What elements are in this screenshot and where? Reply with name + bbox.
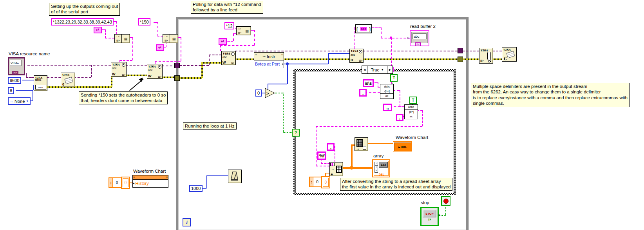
- io-socket-icon: ⊠⊦: [158, 75, 162, 78]
- write-letter: W: [223, 60, 226, 64]
- chevron-down-icon[interactable]: ▼: [381, 68, 384, 71]
- property-bytes-at-port[interactable]: Bytes at Port: [254, 62, 280, 66]
- visa-resource-control[interactable]: VISA ▾ I/O: [8, 57, 25, 75]
- parity-dropdown[interactable]: ↔ None ▼: [8, 97, 31, 105]
- case-next-arrow[interactable]: ▶: [387, 66, 393, 73]
- history-property[interactable]: History: [136, 181, 149, 186]
- array-index-k[interactable]: k: [374, 169, 378, 173]
- wire: [342, 167, 373, 169]
- array-index-i[interactable]: i: [374, 162, 378, 166]
- io-socket-icon: ⊠⊦: [231, 62, 235, 65]
- zero-constant[interactable]: 0: [255, 89, 262, 97]
- comma-constant[interactable]: ,: [327, 143, 335, 151]
- tf-type-label: TF: [421, 218, 438, 221]
- serial-label: SERIAL: [35, 79, 42, 81]
- array-label: array: [373, 153, 384, 158]
- wire: [445, 204, 446, 215]
- case-selector-terminal: ?: [292, 129, 300, 137]
- comma-constant[interactable]: ,: [359, 89, 367, 97]
- visa-read-node: VISA abc R ⊠⊦: [349, 49, 364, 63]
- wire: [328, 53, 349, 54]
- history-spinner-control[interactable]: ▴ ▾ 0: [109, 177, 122, 188]
- baud-rate-constant[interactable]: 9600: [8, 77, 21, 84]
- wire: [33, 91, 33, 101]
- comment-polling: Polling for data with *12 command follow…: [191, 1, 263, 14]
- double-comma-constant[interactable]: ,,: [383, 104, 392, 111]
- visa-close-node: VISA C: [502, 47, 517, 62]
- poll-command-constant[interactable]: *12: [224, 22, 234, 29]
- wire: [422, 110, 423, 126]
- index-constant[interactable]: 0: [321, 176, 330, 188]
- wire: [105, 29, 106, 38]
- clock-icon: [122, 63, 125, 67]
- data-bits-constant[interactable]: 8: [8, 87, 14, 94]
- true-constant[interactable]: T: [390, 74, 398, 82]
- wire: [206, 175, 228, 176]
- wire: [201, 62, 221, 64]
- wire: [463, 58, 479, 60]
- wire: [157, 36, 163, 37]
- write-letter: W: [148, 74, 152, 78]
- page-icon: ⁇: [255, 53, 257, 56]
- read-buffer-indicator[interactable]: abc abc ▷: [410, 30, 429, 46]
- wire: [220, 45, 221, 51]
- concatenate-strings-node: □+ ▨+ ▤: [114, 34, 130, 43]
- greater-than-glyph: >: [266, 91, 269, 96]
- waveform-chart-terminal[interactable]: ▶ DBL: [393, 141, 412, 152]
- headers-command-constant[interactable]: *1322,23,29,32,33,38,39,42,43: [51, 18, 114, 26]
- wire: [27, 65, 111, 66]
- abc-label: abc: [351, 53, 355, 56]
- waveform-chart-label: Waveform Chart: [133, 169, 166, 173]
- input-nub-icon: ▷: [407, 37, 409, 40]
- spin-down-icon[interactable]: ▾: [311, 182, 312, 184]
- visa-resource-field[interactable]: VISA ▾: [10, 60, 22, 66]
- wire: [365, 92, 380, 93]
- wire: [132, 37, 133, 60]
- wire: [367, 143, 393, 144]
- abc-label: abc: [223, 56, 227, 58]
- case-prev-arrow[interactable]: ◀: [362, 66, 367, 73]
- history-value[interactable]: 0: [113, 178, 121, 187]
- loop-condition-terminal[interactable]: [441, 196, 450, 206]
- wire: [47, 86, 112, 88]
- wire: [391, 38, 392, 67]
- true-constant[interactable]: T: [409, 97, 417, 104]
- format-string-constant[interactable]: %f: [317, 152, 326, 160]
- wire: [492, 58, 502, 60]
- read-buffer-field[interactable]: abc: [412, 33, 427, 39]
- wire: [283, 93, 284, 132]
- comment-setup: Setting up the outputs coming out of of …: [49, 3, 120, 16]
- wire: [381, 38, 410, 38]
- visa-resource-label: VISA resource name: [9, 51, 50, 56]
- output-nub-icon: ▷: [438, 213, 441, 217]
- array-index-j[interactable]: j: [374, 166, 378, 169]
- page-icon: ⁇: [281, 53, 283, 56]
- output-nub-icon: ▸: [282, 62, 284, 66]
- stop-button-control[interactable]: STOP TF ▷: [420, 207, 439, 226]
- wait-until-next-ms-node: [228, 170, 242, 183]
- chevron-down-icon[interactable]: ▼: [26, 100, 29, 102]
- wire: [287, 64, 288, 84]
- index-spinner-control[interactable]: ▴ ▾ 0: [309, 177, 322, 187]
- chevron-down-icon[interactable]: ▾: [18, 62, 19, 64]
- notebook-icon: [506, 51, 515, 58]
- concat-input-icon: ▨+: [237, 31, 243, 35]
- line-feed-constant: ↵: [156, 44, 164, 51]
- autoheader-command-constant[interactable]: *150: [138, 18, 150, 26]
- wait-ms-constant[interactable]: 1000: [189, 185, 203, 192]
- array-indicator[interactable]: i j k 123 DBL: [372, 159, 390, 177]
- stop-button[interactable]: STOP: [423, 210, 436, 217]
- search-spaces-constant[interactable]: \s\s: [363, 79, 374, 87]
- spin-down-icon[interactable]: ▾: [110, 183, 112, 185]
- comma-constant[interactable]: ,: [396, 114, 403, 121]
- waveform-chart-history-property-node: ⁇ ⁇ ▸ History: [132, 175, 168, 188]
- pink-tag-icon: [330, 163, 335, 166]
- wire: [209, 55, 221, 55]
- wire: [268, 84, 287, 84]
- case-selector[interactable]: ◀ True ▼ ▶: [362, 66, 393, 74]
- wire: [220, 45, 254, 46]
- wire: [283, 132, 292, 133]
- history-constant[interactable]: 0: [121, 177, 130, 189]
- index-value[interactable]: 0: [313, 177, 321, 186]
- spreadsheet-string-to-array-node: → ◉: [329, 162, 343, 176]
